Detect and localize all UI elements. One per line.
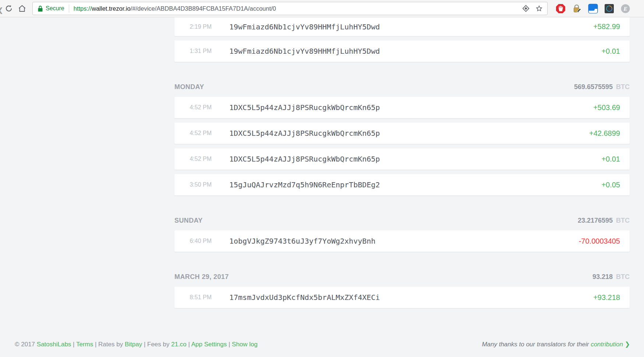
footer: © 2017 SatoshiLabs | Terms | Rates by Bi… bbox=[0, 340, 644, 348]
group-total-wrap: 23.2176595 BTC bbox=[578, 217, 630, 224]
back-icon[interactable]: ❮ bbox=[0, 6, 3, 14]
transaction-row[interactable]: 8:51 PM 17msmJvdxUd3pKcfNdx5brALMxZXf4XE… bbox=[174, 287, 630, 308]
footer-link[interactable]: Terms bbox=[76, 341, 93, 348]
transaction-group: SUNDAY 23.2176595 BTC 6:40 PM 1obgVJkgZ9… bbox=[174, 217, 630, 252]
tx-time: 6:40 PM bbox=[174, 238, 212, 244]
footer-link[interactable]: Show log bbox=[232, 341, 258, 348]
tx-amount: +0.01 bbox=[601, 47, 620, 56]
transaction-groups: 2:19 PM 19wFmiazd6Nb1cjvYv89HHMfjLuhHY5D… bbox=[174, 17, 630, 308]
tx-amount: +582.99 bbox=[593, 22, 620, 31]
tx-address: 19wFmiazd6Nb1cjvYv89HHMfjLuhHY5Dwd bbox=[229, 22, 380, 31]
footer-text: | bbox=[142, 341, 147, 348]
transaction-group: 2:19 PM 19wFmiazd6Nb1cjvYv89HHMfjLuhHY5D… bbox=[174, 17, 630, 62]
tx-time: 2:19 PM bbox=[174, 24, 212, 30]
url-divider bbox=[69, 4, 69, 13]
address-url[interactable]: https://wallet.trezor.io/#/device/ABDBA4… bbox=[74, 5, 516, 12]
group-header: MARCH 29, 2017 93.218 BTC bbox=[174, 273, 630, 280]
contribution-link[interactable]: contribution ❯ bbox=[591, 341, 630, 348]
group-rows: 2:19 PM 19wFmiazd6Nb1cjvYv89HHMfjLuhHY5D… bbox=[174, 17, 630, 62]
footer-text: Fees by bbox=[147, 341, 171, 348]
footer-links: © 2017 SatoshiLabs | Terms | Rates by Bi… bbox=[15, 341, 258, 348]
url-bar[interactable]: Secure https://wallet.trezor.io/#/device… bbox=[32, 2, 548, 15]
transaction-row[interactable]: 1:31 PM 19wFmiazd6Nb1cjvYv89HHMfjLuhHY5D… bbox=[174, 40, 630, 62]
url-host: wallet.trezor.io bbox=[92, 5, 130, 12]
group-rows: 4:52 PM 1DXC5L5p44zAJJj8PSRucgkWbQrcmKn6… bbox=[174, 97, 630, 195]
group-currency: BTC bbox=[614, 83, 630, 91]
tx-address: 19wFmiazd6Nb1cjvYv89HHMfjLuhHY5Dwd bbox=[229, 47, 380, 56]
url-scheme: https:// bbox=[74, 5, 92, 12]
group-total-wrap: 93.218 BTC bbox=[592, 273, 630, 280]
tx-amount: +503.69 bbox=[593, 103, 620, 112]
transaction-row[interactable]: 2:19 PM 19wFmiazd6Nb1cjvYv89HHMfjLuhHY5D… bbox=[174, 17, 630, 36]
page-action-diamond-icon[interactable] bbox=[522, 5, 530, 12]
tx-amount: +42.6899 bbox=[589, 129, 620, 138]
blue-window-extension-icon[interactable] bbox=[588, 4, 598, 14]
tx-address: 15gJuQAJrvzMzd7q5h9N6ReEnprTbBDEg2 bbox=[229, 180, 380, 189]
transaction-row[interactable]: 6:40 PM 1obgVJkgZ9743t6uJ3yf7YoWg2xhvyBn… bbox=[174, 230, 630, 252]
tx-address: 1obgVJkgZ9743t6uJ3yf7YoWg2xhvyBnh bbox=[229, 237, 375, 245]
home-icon[interactable] bbox=[18, 4, 26, 13]
tx-amount: +93.218 bbox=[593, 293, 620, 302]
group-rows: 8:51 PM 17msmJvdxUd3pKcfNdx5brALMxZXf4XE… bbox=[174, 287, 630, 308]
group-header: MONDAY 569.6575595 BTC bbox=[174, 83, 630, 91]
footer-link[interactable]: App Settings bbox=[191, 341, 227, 348]
group-total: 569.6575595 bbox=[574, 83, 613, 91]
adblock-icon[interactable] bbox=[556, 4, 566, 14]
tx-time: 3:50 PM bbox=[174, 181, 212, 188]
dark-ring-extension-icon[interactable] bbox=[604, 4, 614, 14]
group-total-wrap: 569.6575595 BTC bbox=[574, 83, 630, 91]
tx-time: 4:52 PM bbox=[174, 156, 212, 162]
group-label: MONDAY bbox=[174, 83, 204, 91]
footer-text: Rates by bbox=[98, 341, 125, 348]
tx-address: 1DXC5L5p44zAJJj8PSRucgkWbQrcmKn65p bbox=[229, 155, 380, 163]
footer-link[interactable]: SatoshiLabs bbox=[37, 341, 71, 348]
footer-link[interactable]: Bitpay bbox=[125, 341, 142, 348]
browser-toolbar: ❮ Secure https://wallet.trezor.io/#/devi… bbox=[0, 0, 644, 17]
tx-address: 17msmJvdxUd3pKcfNdx5brALMxZXf4XECi bbox=[229, 293, 380, 302]
footer-link[interactable]: 21.co bbox=[171, 341, 187, 348]
group-label: SUNDAY bbox=[174, 217, 203, 224]
gray-e-extension-icon[interactable]: E bbox=[620, 4, 630, 14]
extension-tray: E bbox=[556, 4, 630, 14]
group-label: MARCH 29, 2017 bbox=[174, 273, 229, 280]
url-path: /#/device/ABDBA4D3B894FCBA15FA7D1A/accou… bbox=[131, 5, 276, 12]
footer-thanks: Many thanks to our translators for their… bbox=[482, 340, 630, 348]
group-currency: BTC bbox=[614, 273, 630, 280]
secure-badge[interactable]: Secure bbox=[46, 5, 64, 12]
tx-time: 4:52 PM bbox=[174, 104, 212, 111]
footer-text: | bbox=[187, 341, 191, 348]
svg-text:E: E bbox=[623, 6, 627, 11]
tx-address: 1DXC5L5p44zAJJj8PSRucgkWbQrcmKn65p bbox=[229, 129, 380, 138]
tx-amount: +0.05 bbox=[601, 181, 620, 189]
group-rows: 6:40 PM 1obgVJkgZ9743t6uJ3yf7YoWg2xhvyBn… bbox=[174, 230, 630, 252]
group-total: 93.218 bbox=[592, 273, 613, 280]
footer-text: | bbox=[93, 341, 98, 348]
transaction-group: MONDAY 569.6575595 BTC 4:52 PM 1DXC5L5p4… bbox=[174, 83, 630, 195]
tx-amount: -70.0003405 bbox=[579, 237, 620, 245]
chevron-right-icon: ❯ bbox=[625, 341, 630, 348]
group-currency: BTC bbox=[614, 217, 630, 224]
transaction-row[interactable]: 4:52 PM 1DXC5L5p44zAJJj8PSRucgkWbQrcmKn6… bbox=[174, 123, 630, 144]
password-lock-icon[interactable] bbox=[572, 4, 582, 14]
tx-time: 4:52 PM bbox=[174, 130, 212, 137]
bookmark-star-icon[interactable] bbox=[535, 5, 543, 12]
tx-time: 8:51 PM bbox=[174, 294, 212, 301]
reload-icon[interactable] bbox=[4, 4, 13, 13]
transaction-row[interactable]: 4:52 PM 1DXC5L5p44zAJJj8PSRucgkWbQrcmKn6… bbox=[174, 97, 630, 118]
footer-thanks-text: Many thanks to our translators for their bbox=[482, 341, 591, 348]
footer-text: © 2017 bbox=[15, 341, 37, 348]
group-header: SUNDAY 23.2176595 BTC bbox=[174, 217, 630, 224]
transaction-row[interactable]: 4:52 PM 1DXC5L5p44zAJJj8PSRucgkWbQrcmKn6… bbox=[174, 148, 630, 170]
transaction-row[interactable]: 3:50 PM 15gJuQAJrvzMzd7q5h9N6ReEnprTbBDE… bbox=[174, 174, 630, 195]
transaction-group: MARCH 29, 2017 93.218 BTC 8:51 PM 17msmJ… bbox=[174, 273, 630, 308]
tx-address: 1DXC5L5p44zAJJj8PSRucgkWbQrcmKn65p bbox=[229, 103, 380, 112]
tx-amount: +0.01 bbox=[601, 155, 620, 163]
footer-text: | bbox=[227, 341, 232, 348]
secure-lock-icon bbox=[38, 6, 43, 12]
group-total: 23.2176595 bbox=[578, 217, 613, 224]
tx-time: 1:31 PM bbox=[174, 48, 212, 54]
footer-text: | bbox=[71, 341, 76, 348]
